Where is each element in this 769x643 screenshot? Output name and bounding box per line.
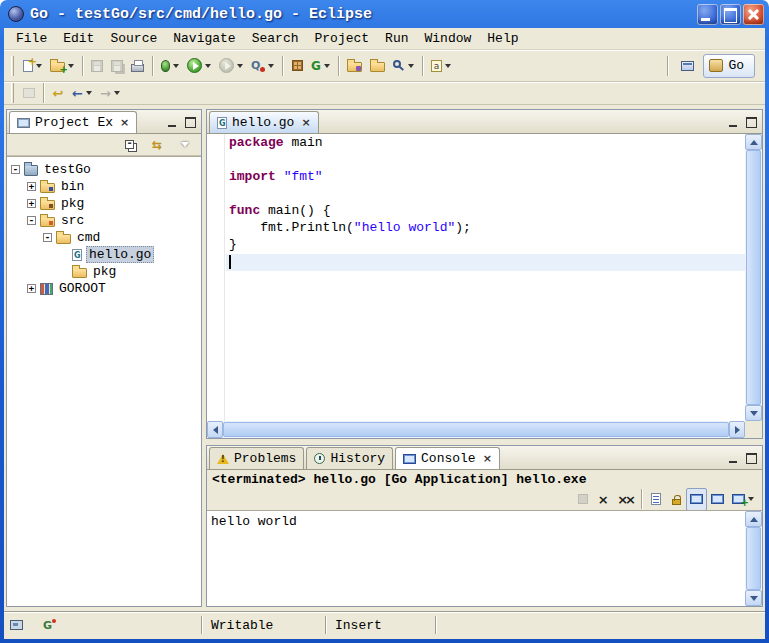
search-button[interactable] [389,54,418,77]
menu-item-source[interactable]: Source [102,28,165,49]
scrollbar-track[interactable] [223,421,729,438]
scroll-up-button[interactable] [745,134,762,150]
scrollbar-track[interactable] [745,150,762,405]
tree-expander-icon[interactable]: - [43,233,52,242]
menu-item-file[interactable]: File [8,28,55,49]
tab-hello-go[interactable]: hello.go [209,111,319,133]
external-tools-button-dropdown[interactable] [268,64,274,68]
menu-item-project[interactable]: Project [306,28,377,49]
close-tab-icon[interactable] [301,116,310,129]
forward-button[interactable] [96,82,124,105]
scroll-down-button[interactable] [745,590,762,606]
tree-item-pkg[interactable]: +pkg [7,195,201,212]
view-menu-button[interactable] [175,133,195,156]
fast-view-icon[interactable] [10,620,23,630]
menu-item-help[interactable]: Help [479,28,526,49]
open-folder-button[interactable] [366,54,389,77]
menu-item-navigate[interactable]: Navigate [165,28,243,49]
window-maximize-button[interactable] [720,4,741,25]
run-last-button[interactable] [215,54,247,77]
debug-button[interactable] [157,54,183,77]
annotations-toggle-button[interactable] [427,54,455,77]
code-line[interactable]: fmt.Println("hello world"); [226,220,745,237]
minimize-view-button[interactable] [163,115,181,130]
close-tab-icon[interactable] [120,116,129,129]
scrollbar-thumb[interactable] [746,527,761,590]
scroll-right-button[interactable] [729,421,745,438]
remove-all-launches-button[interactable] [613,488,637,511]
editor-body[interactable]: package mainimport "fmt"func main() { fm… [207,134,762,438]
code-line[interactable] [226,254,745,271]
maximize-view-button[interactable] [742,115,760,130]
open-console-button[interactable] [728,488,758,511]
save-all-button[interactable] [107,54,127,77]
external-tools-button[interactable] [247,54,278,77]
link-with-editor-button[interactable] [147,133,167,156]
tree-item-pkg[interactable]: pkg [7,263,201,280]
menu-item-window[interactable]: Window [417,28,480,49]
tree-expander-icon[interactable]: - [27,216,36,225]
tree-expander-icon[interactable]: + [27,284,36,293]
new-go-package-button[interactable] [287,54,307,77]
open-perspective-button[interactable] [677,54,698,77]
editor-horizontal-scrollbar[interactable] [207,421,745,438]
pin-console-button[interactable] [686,488,707,511]
maximize-view-button[interactable] [742,451,760,466]
new-folder-button-dropdown[interactable] [68,64,74,68]
new-go-element-button[interactable] [307,54,334,77]
window-close-button[interactable] [743,4,764,25]
code-line[interactable]: package main [226,135,745,152]
scrollbar-thumb[interactable] [223,422,729,437]
menu-item-run[interactable]: Run [377,28,416,49]
new-go-element-button-dropdown[interactable] [324,64,330,68]
tab-console[interactable]: Console [395,447,500,469]
back-button[interactable] [68,82,96,105]
back-button-dropdown[interactable] [86,91,92,95]
run-button-dropdown[interactable] [205,64,211,68]
display-console-button[interactable] [707,488,728,511]
scroll-up-button[interactable] [745,511,762,527]
clear-console-button[interactable] [646,488,666,511]
menu-item-edit[interactable]: Edit [55,28,102,49]
new-wizard-button[interactable] [19,54,46,77]
print-button[interactable] [127,54,148,77]
code-line[interactable] [226,152,745,169]
editor-vertical-scrollbar[interactable] [745,134,762,421]
go-status-icon[interactable] [43,619,56,631]
tree-item-cmd[interactable]: -cmd [7,229,201,246]
tree-item-goroot[interactable]: +GOROOT [7,280,201,297]
code-line[interactable]: func main() { [226,203,745,220]
terminate-button[interactable] [573,488,593,511]
tree-expander-icon[interactable]: + [27,199,36,208]
tab-project-explorer[interactable]: Project Ex [9,111,137,133]
search-button-dropdown[interactable] [408,64,414,68]
scrollbar-thumb[interactable] [746,150,761,405]
run-button[interactable] [183,54,215,77]
code-line[interactable] [226,186,745,203]
tree-item-bin[interactable]: +bin [7,178,201,195]
tree-expander-icon[interactable]: + [27,182,36,191]
go-perspective-button[interactable]: Go [703,54,755,78]
tab-history[interactable]: History [306,447,393,469]
scroll-down-button[interactable] [745,405,762,421]
scrollbar-track[interactable] [745,527,762,590]
console-output-area[interactable]: hello world [207,510,762,606]
window-minimize-button[interactable] [697,4,718,25]
pin-editor-button[interactable] [19,82,39,105]
tree-item-src[interactable]: -src [7,212,201,229]
scroll-left-button[interactable] [207,421,223,438]
tree-item-testgo[interactable]: -testGo [7,161,201,178]
last-edit-location-button[interactable] [48,82,68,105]
remove-launch-button[interactable] [593,488,613,511]
tab-problems[interactable]: Problems [209,447,304,469]
minimize-view-button[interactable] [724,451,742,466]
new-folder-button[interactable] [46,54,78,77]
open-resource-button[interactable] [343,54,366,77]
menu-item-search[interactable]: Search [244,28,307,49]
collapse-all-button[interactable] [119,133,139,156]
tree-item-hello-go[interactable]: hello.go [7,246,201,263]
run-last-button-dropdown[interactable] [237,64,243,68]
minimize-view-button[interactable] [724,115,742,130]
maximize-view-button[interactable] [181,115,199,130]
close-tab-icon[interactable] [483,452,492,465]
